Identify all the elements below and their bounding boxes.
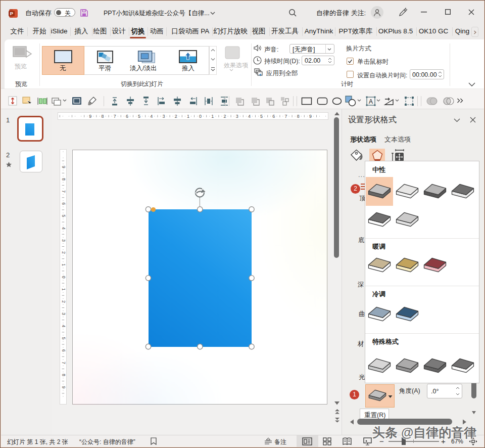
svg-text:0: 0 — [61, 276, 66, 278]
svg-text:6: 6 — [61, 349, 66, 352]
svg-text:4: 4 — [61, 325, 66, 327]
svg-text:7: 7 — [114, 114, 116, 119]
svg-text:5: 5 — [61, 214, 66, 217]
svg-text:3: 3 — [61, 239, 66, 242]
svg-text:6: 6 — [272, 114, 275, 119]
svg-text:5: 5 — [260, 114, 263, 119]
svg-text:9: 9 — [89, 114, 91, 119]
svg-text:4: 4 — [248, 114, 251, 119]
svg-text:1: 1 — [61, 263, 66, 266]
svg-text:2: 2 — [175, 114, 177, 119]
svg-text:7: 7 — [61, 190, 66, 193]
svg-text:A: A — [369, 98, 373, 105]
svg-text:9: 9 — [309, 114, 312, 119]
svg-text:6: 6 — [126, 114, 128, 119]
svg-text:9: 9 — [61, 166, 66, 168]
svg-text:6: 6 — [61, 202, 66, 205]
svg-text:8: 8 — [101, 114, 104, 119]
svg-text:3: 3 — [61, 312, 66, 315]
svg-text:0: 0 — [199, 114, 202, 119]
svg-text:P: P — [10, 11, 14, 16]
svg-text:2: 2 — [61, 300, 66, 303]
svg-text:9: 9 — [61, 386, 66, 388]
svg-text:8: 8 — [61, 178, 66, 181]
svg-text:4: 4 — [61, 227, 66, 230]
svg-text:3: 3 — [162, 114, 165, 119]
svg-text:2: 2 — [223, 114, 226, 119]
svg-text:7: 7 — [284, 114, 287, 119]
svg-text:7: 7 — [61, 362, 66, 364]
svg-text:5: 5 — [138, 114, 140, 119]
svg-text:1: 1 — [61, 288, 66, 291]
svg-text:3: 3 — [236, 114, 238, 119]
svg-text:8: 8 — [61, 374, 66, 376]
svg-text:5: 5 — [61, 337, 66, 339]
svg-text:1: 1 — [211, 114, 214, 119]
svg-text:8: 8 — [297, 114, 300, 119]
svg-text:1: 1 — [187, 114, 189, 119]
svg-text:4: 4 — [150, 114, 153, 119]
svg-text:2: 2 — [61, 251, 66, 254]
